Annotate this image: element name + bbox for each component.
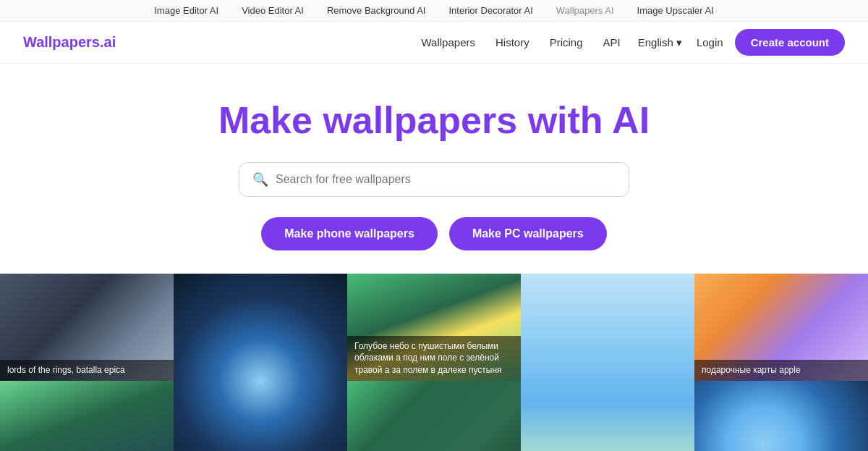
language-selector[interactable]: English ▾ xyxy=(638,36,682,49)
gallery-item[interactable] xyxy=(0,381,174,451)
chevron-down-icon: ▾ xyxy=(676,36,682,49)
main-nav: Wallpapers.ai Wallpapers History Pricing… xyxy=(0,22,868,64)
topbar-link-remove-bg[interactable]: Remove Background AI xyxy=(327,3,426,18)
cta-buttons: Make phone wallpapers Make PC wallpapers xyxy=(14,217,854,250)
gallery-caption: подарочные карты apple xyxy=(694,360,868,381)
make-pc-wallpapers-button[interactable]: Make PC wallpapers xyxy=(449,217,607,250)
topbar-link-wallpapers[interactable]: Wallpapers AI xyxy=(556,3,614,18)
gallery-item[interactable] xyxy=(694,381,868,451)
gallery-item[interactable]: Голубое небо с пушистыми белыми облаками… xyxy=(347,274,521,381)
gallery-col-1 xyxy=(174,274,347,451)
search-bar: 🔍 xyxy=(239,162,629,197)
language-label: English xyxy=(638,36,673,49)
gallery-item[interactable] xyxy=(521,274,694,451)
topbar-link-image-editor[interactable]: Image Editor AI xyxy=(154,3,218,18)
nav-pricing[interactable]: Pricing xyxy=(550,36,583,49)
gallery-item[interactable]: lords of the rings, batalla epica xyxy=(0,274,174,381)
search-input[interactable] xyxy=(276,173,616,186)
create-account-button[interactable]: Create account xyxy=(735,29,845,56)
logo[interactable]: Wallpapers.ai xyxy=(23,34,116,51)
nav-api[interactable]: API xyxy=(603,36,621,49)
gallery-col-0: lords of the rings, batalla epica xyxy=(0,274,174,451)
make-phone-wallpapers-button[interactable]: Make phone wallpapers xyxy=(261,217,438,250)
gallery-item[interactable] xyxy=(174,274,347,451)
gallery-caption: Голубое небо с пушистыми белыми облаками… xyxy=(347,336,521,381)
hero-title: Make wallpapers with AI xyxy=(14,98,854,142)
gallery-col-3 xyxy=(521,274,694,451)
nav-history[interactable]: History xyxy=(495,36,529,49)
topbar-link-upscaler[interactable]: Image Upscaler AI xyxy=(637,3,714,18)
gallery-col-2: Голубое небо с пушистыми белыми облаками… xyxy=(347,274,521,451)
topbar-link-interior[interactable]: Interior Decorator AI xyxy=(448,3,532,18)
gallery: lords of the rings, batalla epica Голубо… xyxy=(0,274,868,451)
top-bar: Image Editor AI Video Editor AI Remove B… xyxy=(0,0,868,22)
gallery-item[interactable]: Китайские часы с животными xyxy=(347,381,521,451)
nav-links: Wallpapers History Pricing API xyxy=(422,36,621,49)
login-button[interactable]: Login xyxy=(697,36,723,49)
search-icon: 🔍 xyxy=(252,172,268,187)
topbar-link-video-editor[interactable]: Video Editor AI xyxy=(242,3,304,18)
gallery-item[interactable]: подарочные карты apple xyxy=(694,274,868,381)
gallery-col-4: подарочные карты apple xyxy=(694,274,868,451)
hero-section: Make wallpapers with AI 🔍 Make phone wal… xyxy=(0,64,868,274)
gallery-caption: lords of the rings, batalla epica xyxy=(0,360,174,381)
nav-wallpapers[interactable]: Wallpapers xyxy=(422,36,475,49)
